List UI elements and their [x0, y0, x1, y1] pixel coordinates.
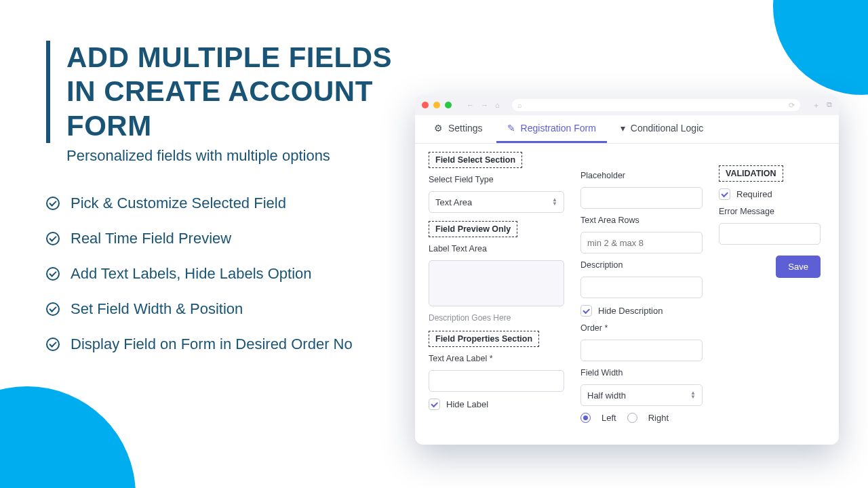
textarea-label-label: Text Area Label *	[429, 354, 564, 363]
error-message-label: Error Message	[719, 207, 821, 216]
page-title: ADD MULTIPLE FIELDS IN CREATE ACCOUNT FO…	[66, 41, 406, 143]
save-button[interactable]: Save	[776, 256, 821, 278]
description-input[interactable]	[580, 277, 703, 298]
check-icon	[46, 267, 60, 281]
feature-item: Display Field on Form in Desired Order N…	[46, 336, 406, 353]
edit-icon: ✎	[507, 123, 515, 134]
feature-item: Set Field Width & Position	[46, 300, 406, 318]
checkbox-icon	[580, 305, 592, 317]
browser-window: ← → ⌂ ⌕ ⟳ ＋ ⧉ ⚙ Settings ✎ Registration …	[415, 95, 839, 445]
browser-chrome: ← → ⌂ ⌕ ⟳ ＋ ⧉	[415, 95, 839, 115]
page-subtitle: Personalized fields with multiple option…	[46, 147, 406, 165]
search-icon: ⌕	[517, 101, 522, 109]
tab-registration-form[interactable]: ✎ Registration Form	[496, 115, 607, 143]
field-width-label: Field Width	[580, 368, 703, 378]
order-input[interactable]	[580, 340, 703, 361]
tab-label: Settings	[448, 123, 483, 134]
field-preview-only-tag: Field Preview Only	[429, 221, 517, 237]
radio-left[interactable]	[580, 413, 591, 423]
checkbox-icon	[429, 399, 440, 410]
new-tab-icon[interactable]: ＋	[812, 100, 820, 110]
rows-label: Text Area Rows	[580, 216, 703, 225]
order-label: Order *	[580, 323, 703, 333]
hide-label-checkbox-row[interactable]: Hide Label	[429, 399, 564, 410]
window-minimize-icon[interactable]	[433, 102, 440, 108]
checkbox-icon	[719, 188, 730, 200]
radio-right[interactable]	[627, 413, 637, 423]
label-text-area-label: Label Text Area	[429, 244, 564, 253]
feature-text: Add Text Labels, Hide Labels Option	[71, 265, 312, 283]
check-icon	[46, 302, 60, 316]
feature-item: Real Time Field Preview	[46, 230, 406, 247]
description-label: Description	[580, 260, 703, 270]
rows-input[interactable]	[580, 232, 703, 253]
select-field-type-label: Select Field Type	[429, 175, 564, 184]
hide-description-checkbox-row[interactable]: Hide Description	[580, 305, 703, 317]
feature-text: Real Time Field Preview	[71, 230, 231, 247]
gear-icon: ⚙	[434, 123, 443, 134]
placeholder-label: Placeholder	[580, 171, 703, 180]
check-icon	[46, 232, 60, 245]
radio-right-label: Right	[648, 413, 669, 423]
hide-label-text: Hide Label	[446, 399, 488, 409]
tab-label: Registration Form	[521, 123, 596, 134]
tab-bar: ⚙ Settings ✎ Registration Form ▾ Conditi…	[415, 115, 839, 144]
url-bar[interactable]: ⌕ ⟳	[512, 99, 800, 111]
back-icon[interactable]: ←	[467, 101, 474, 109]
select-value: Text Area	[435, 197, 472, 207]
filter-icon: ▾	[620, 123, 625, 134]
tab-conditional-logic[interactable]: ▾ Conditional Logic	[610, 115, 714, 143]
tabs-icon[interactable]: ⧉	[827, 100, 832, 110]
feature-text: Display Field on Form in Desired Order N…	[71, 336, 353, 353]
forward-icon[interactable]: →	[481, 101, 488, 109]
error-message-input[interactable]	[719, 223, 821, 245]
chevron-updown-icon: ▲▼	[552, 198, 557, 206]
reload-icon[interactable]: ⟳	[789, 101, 795, 110]
field-width-dropdown[interactable]: Half width ▲▼	[580, 384, 703, 406]
check-icon	[46, 197, 60, 210]
tab-settings[interactable]: ⚙ Settings	[423, 115, 494, 143]
feature-item: Add Text Labels, Hide Labels Option	[46, 265, 406, 283]
feature-text: Pick & Customize Selected Field	[71, 195, 286, 212]
validation-tag: VALIDATION	[719, 165, 783, 182]
textarea-label-input[interactable]	[429, 370, 564, 392]
feature-list: Pick & Customize Selected Field Real Tim…	[46, 195, 406, 353]
chevron-updown-icon: ▲▼	[690, 391, 696, 399]
feature-text: Set Field Width & Position	[71, 300, 243, 318]
tab-label: Conditional Logic	[631, 123, 703, 134]
home-icon[interactable]: ⌂	[495, 101, 500, 109]
select-value: Half width	[587, 390, 626, 401]
window-maximize-icon[interactable]	[445, 102, 452, 108]
preview-description-text: Description Goes Here	[429, 313, 564, 323]
required-checkbox-row[interactable]: Required	[719, 188, 821, 200]
select-field-type-dropdown[interactable]: Text Area ▲▼	[429, 191, 564, 213]
window-close-icon[interactable]	[422, 102, 429, 108]
hide-description-text: Hide Description	[598, 306, 663, 316]
placeholder-input[interactable]	[580, 187, 703, 209]
field-select-section-tag: Field Select Section	[429, 152, 522, 168]
feature-item: Pick & Customize Selected Field	[46, 195, 406, 212]
alignment-radio-group: Left Right	[580, 413, 703, 423]
field-properties-section-tag: Field Properties Section	[429, 331, 539, 347]
required-text: Required	[736, 189, 772, 199]
radio-left-label: Left	[601, 413, 616, 423]
check-icon	[46, 338, 60, 351]
preview-textarea	[429, 260, 564, 306]
